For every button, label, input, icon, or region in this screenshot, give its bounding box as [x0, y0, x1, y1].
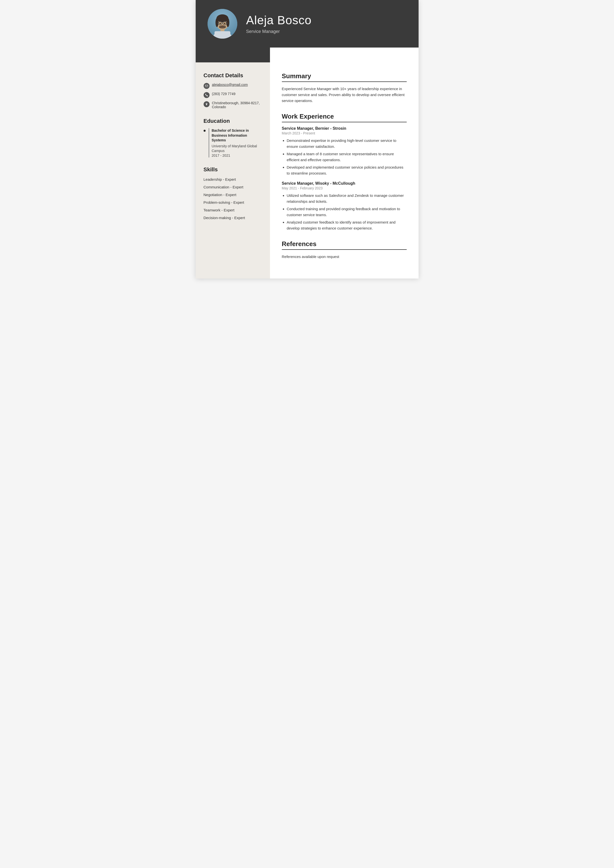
- header-info: Aleja Bosco Service Manager: [246, 13, 407, 34]
- skills-section-title: Skills: [204, 166, 262, 173]
- job-1-bullet-2: Managed a team of 8 customer service rep…: [287, 151, 407, 163]
- education-years: 2017 - 2021: [212, 153, 262, 158]
- education-bullet: [204, 130, 205, 132]
- work-experience-section: Work Experience Service Manager, Bernier…: [282, 113, 407, 231]
- resume-document: Aleja Bosco Service Manager Contact Deta…: [196, 0, 418, 279]
- person-title: Service Manager: [246, 29, 407, 34]
- job-2-title: Service Manager, Wisoky - McCullough: [282, 181, 407, 186]
- education-block: Bachelor of Science in Business Informat…: [204, 128, 262, 158]
- svg-point-8: [216, 18, 218, 27]
- skills-section: Skills Leadership - Expert Communication…: [204, 166, 262, 220]
- resume-header: Aleja Bosco Service Manager: [196, 0, 418, 48]
- skill-item-2: Communication - Expert: [204, 184, 262, 190]
- contact-phone-item: (283) 729 7749: [204, 92, 262, 98]
- job-2-bullets: Utilized software such as Salesforce and…: [282, 192, 407, 231]
- skill-item-5: Teamwork - Expert: [204, 208, 262, 213]
- job-1-bullets: Demonstrated expertise in providing high…: [282, 138, 407, 176]
- job-2-bullet-2: Conducted training and provided ongoing …: [287, 206, 407, 218]
- references-title: References: [282, 240, 407, 250]
- contact-address-item: Christineborough, 30984-8217, Colorado: [204, 101, 262, 109]
- svg-point-15: [219, 23, 221, 24]
- job-1: Service Manager, Bernier - Strosin March…: [282, 126, 407, 176]
- email-link[interactable]: alejabosco@gmail.com: [212, 83, 248, 87]
- svg-point-9: [226, 18, 229, 27]
- sep-light: [270, 48, 418, 62]
- skill-item-6: Decision-making - Expert: [204, 215, 262, 220]
- skill-item-1: Leadership - Expert: [204, 177, 262, 182]
- job-1-bullet-3: Developed and implemented customer servi…: [287, 164, 407, 176]
- education-section-title: Education: [204, 118, 262, 124]
- summary-text: Experienced Service Manager with 10+ yea…: [282, 86, 407, 104]
- education-degree: Bachelor of Science in Business Informat…: [212, 128, 262, 143]
- education-details: Bachelor of Science in Business Informat…: [208, 128, 262, 158]
- address-text: Christineborough, 30984-8217, Colorado: [212, 101, 262, 109]
- contact-section-title: Contact Details: [204, 72, 262, 79]
- location-icon: [204, 101, 210, 107]
- references-section: References References available upon req…: [282, 240, 407, 260]
- svg-rect-18: [205, 85, 208, 87]
- education-section: Education Bachelor of Science in Busines…: [204, 118, 262, 158]
- references-text: References available upon request: [282, 254, 407, 260]
- svg-line-13: [217, 23, 218, 23]
- sidebar: Contact Details alejabosco@gmail.com: [196, 62, 270, 279]
- svg-line-14: [226, 23, 228, 23]
- summary-title: Summary: [282, 72, 407, 82]
- svg-point-16: [224, 23, 225, 24]
- job-1-title: Service Manager, Bernier - Strosin: [282, 126, 407, 131]
- sep-chevron: [225, 48, 240, 62]
- contact-section: Contact Details alejabosco@gmail.com: [204, 72, 262, 109]
- phone-icon: [204, 92, 210, 98]
- summary-section: Summary Experienced Service Manager with…: [282, 72, 407, 104]
- education-school: University of Maryland Global Campus: [212, 144, 262, 153]
- job-2: Service Manager, Wisoky - McCullough May…: [282, 181, 407, 231]
- skill-item-4: Problem-solving - Expert: [204, 200, 262, 205]
- avatar: [208, 9, 237, 39]
- body-wrap: Contact Details alejabosco@gmail.com: [196, 62, 418, 279]
- main-content: Summary Experienced Service Manager with…: [270, 62, 418, 279]
- work-experience-title: Work Experience: [282, 113, 407, 122]
- header-separator: [196, 48, 418, 62]
- skill-item-3: Negotiation - Expert: [204, 192, 262, 197]
- job-2-bullet-1: Utilized software such as Salesforce and…: [287, 192, 407, 205]
- person-name: Aleja Bosco: [246, 13, 407, 27]
- job-1-dates: March 2023 - Present: [282, 131, 407, 135]
- email-icon: [204, 83, 210, 89]
- job-2-bullet-3: Analyzed customer feedback to identify a…: [287, 219, 407, 231]
- contact-email-item: alejabosco@gmail.com: [204, 83, 262, 89]
- job-1-bullet-1: Demonstrated expertise in providing high…: [287, 138, 407, 150]
- svg-rect-4: [215, 31, 230, 39]
- job-2-dates: May 2021 - February 2023: [282, 186, 407, 190]
- phone-text: (283) 729 7749: [212, 92, 236, 96]
